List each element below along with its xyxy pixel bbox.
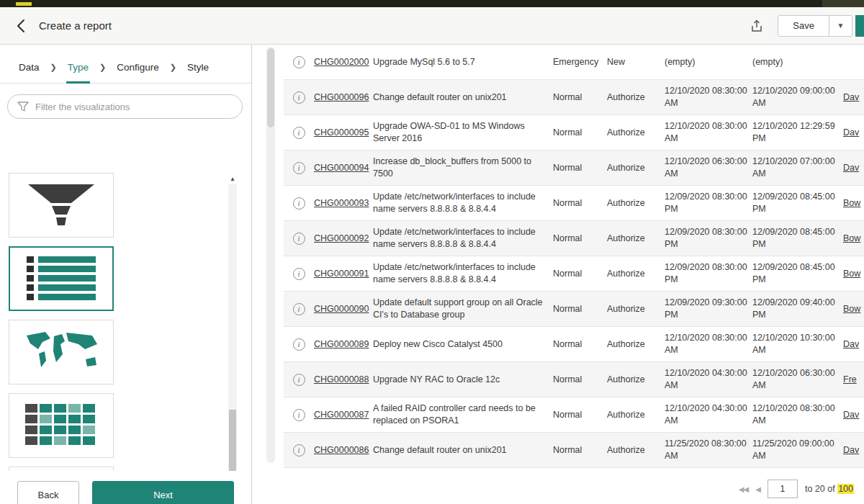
- row-range-label: to 20 of 100: [805, 484, 854, 494]
- info-icon[interactable]: i: [293, 91, 305, 104]
- change-assignee-link[interactable]: Bow: [843, 269, 860, 279]
- change-assignee-link[interactable]: Dav: [843, 127, 859, 138]
- info-icon[interactable]: i: [293, 127, 305, 139]
- change-end-date: 12/09/2020 08:45:00 PM: [752, 261, 843, 286]
- table-row: i CHG0000092 Update /etc/network/interfa…: [284, 221, 864, 256]
- tab-style[interactable]: Style: [186, 52, 210, 83]
- change-start-date: (empty): [665, 56, 752, 68]
- change-description: Update default support group on all Orac…: [373, 297, 553, 321]
- save-button[interactable]: Save: [778, 15, 829, 37]
- change-state: Authorize: [607, 92, 665, 102]
- report-wizard-panel: Data ❯ Type ❯ Configure ❯ Style: [0, 45, 252, 504]
- info-icon[interactable]: i: [293, 268, 305, 280]
- change-priority: Normal: [553, 339, 607, 349]
- share-export-icon[interactable]: [746, 15, 768, 37]
- visualization-filter-input[interactable]: [7, 94, 243, 119]
- next-button[interactable]: Next: [92, 481, 234, 504]
- change-state: Authorize: [607, 269, 665, 279]
- previous-page-button[interactable]: ◀: [755, 485, 760, 493]
- table-row: i CHG0000088 Upgrade NY RAC to Oracle 12…: [284, 362, 864, 397]
- chevron-right-icon: ❯: [99, 63, 106, 72]
- top-accent-right: [822, 0, 864, 7]
- change-state: Authorize: [607, 304, 665, 314]
- change-priority: Normal: [553, 198, 607, 208]
- list-pagination: ◀◀ ◀ to 20 of 100: [739, 480, 854, 498]
- change-number-link[interactable]: CHG0000095: [314, 127, 369, 138]
- change-priority: Normal: [553, 92, 607, 102]
- world-map-icon: [21, 330, 102, 374]
- table-scrollbar-thumb[interactable]: [267, 48, 274, 127]
- info-icon[interactable]: i: [293, 233, 305, 245]
- change-number-link[interactable]: CHG0000088: [314, 374, 369, 384]
- change-description: Update /etc/network/interfaces to includ…: [373, 226, 553, 251]
- change-number-link[interactable]: CHG0000086: [314, 445, 369, 455]
- change-assignee-link[interactable]: Bow: [843, 233, 860, 243]
- change-start-date: 12/10/2020 08:30:00 AM: [665, 332, 752, 356]
- change-end-date: 12/09/2020 08:45:00 PM: [752, 226, 843, 251]
- app-header: Create a report Save ▼: [0, 7, 864, 45]
- cropped-teal-button[interactable]: [855, 15, 864, 37]
- change-start-date: 12/09/2020 09:30:00 PM: [665, 297, 752, 321]
- tab-type[interactable]: Type: [66, 52, 90, 83]
- change-number-link[interactable]: CHG0000091: [314, 269, 369, 279]
- table-row: i CHG0000087 A failed RAID controller ca…: [284, 397, 864, 433]
- change-assignee-link[interactable]: Dav: [843, 445, 859, 455]
- change-assignee-link[interactable]: Dav: [843, 92, 859, 102]
- viz-heatmap-thumbnail[interactable]: [9, 393, 114, 458]
- info-icon[interactable]: i: [293, 444, 305, 456]
- change-description: Change default router on unix201: [373, 91, 553, 104]
- info-icon[interactable]: i: [293, 197, 305, 210]
- viz-funnel-thumbnail[interactable]: [9, 173, 114, 238]
- change-assignee-link[interactable]: Bow: [843, 304, 860, 314]
- viz-list-scrollbar[interactable]: ▲ ▼: [228, 176, 238, 504]
- tab-data[interactable]: Data: [17, 52, 41, 83]
- table-scrollbar[interactable]: [266, 47, 275, 463]
- change-assignee-link[interactable]: Dav: [843, 339, 859, 349]
- change-start-date: 11/25/2020 08:30:00 AM: [665, 438, 752, 462]
- table-row: i CHG0000095 Upgrade OWA-SD-01 to MS Win…: [284, 115, 864, 150]
- change-number-link[interactable]: CHG0000092: [314, 233, 369, 243]
- change-number-link[interactable]: CHG0000093: [314, 198, 369, 208]
- change-assignee-link[interactable]: Bow: [843, 198, 860, 208]
- change-state: Authorize: [607, 410, 665, 420]
- change-state: Authorize: [607, 339, 665, 349]
- change-state: Authorize: [607, 233, 665, 243]
- change-start-date: 12/10/2020 04:30:00 AM: [665, 402, 752, 427]
- change-end-date: 12/09/2020 08:45:00 PM: [752, 191, 843, 215]
- change-assignee-link[interactable]: Dav: [843, 410, 859, 420]
- info-icon[interactable]: i: [293, 56, 305, 68]
- change-assignee-link[interactable]: Dav: [843, 163, 859, 173]
- first-page-button[interactable]: ◀◀: [739, 485, 748, 493]
- viz-list-thumbnail[interactable]: [9, 246, 114, 311]
- table-row: i CHG0000093 Update /etc/network/interfa…: [284, 186, 864, 221]
- page-number-input[interactable]: [768, 480, 798, 498]
- change-assignee-link[interactable]: Fre: [843, 374, 857, 384]
- info-icon[interactable]: i: [293, 374, 305, 386]
- change-number-link[interactable]: CHG0000090: [314, 304, 369, 314]
- wizard-footer: Back Next: [0, 471, 251, 504]
- viz-world-map-thumbnail[interactable]: [9, 320, 114, 384]
- change-start-date: 12/10/2020 04:30:00 AM: [665, 367, 752, 392]
- change-request-table: i CHG0002000 Upgrade MySql 5.6 to 5.7 Em…: [284, 45, 864, 468]
- change-state: Authorize: [607, 163, 665, 173]
- info-icon[interactable]: i: [293, 338, 305, 351]
- change-description: Upgrade NY RAC to Oracle 12c: [373, 374, 553, 386]
- tab-configure[interactable]: Configure: [115, 52, 161, 83]
- info-icon[interactable]: i: [293, 303, 305, 315]
- scroll-up-icon[interactable]: ▲: [228, 176, 238, 182]
- change-start-date: 12/09/2020 08:30:00 PM: [665, 226, 752, 251]
- back-button[interactable]: Back: [17, 481, 79, 504]
- scrollbar-thumb[interactable]: [229, 410, 236, 476]
- change-number-link[interactable]: CHG0000094: [314, 163, 369, 173]
- change-start-date: 12/10/2020 08:30:00 AM: [665, 120, 752, 145]
- back-arrow-icon[interactable]: [12, 17, 30, 35]
- info-icon[interactable]: i: [293, 409, 305, 421]
- change-number-link[interactable]: CHG0000096: [314, 92, 369, 102]
- change-number-link[interactable]: CHG0000089: [314, 339, 369, 349]
- save-dropdown-button[interactable]: ▼: [829, 15, 852, 37]
- change-description: Change default router on unix201: [373, 444, 553, 456]
- change-number-link[interactable]: CHG0000087: [314, 410, 369, 420]
- list-chart-icon: [27, 256, 96, 302]
- change-number-link[interactable]: CHG0002000: [314, 57, 369, 67]
- info-icon[interactable]: i: [293, 162, 305, 174]
